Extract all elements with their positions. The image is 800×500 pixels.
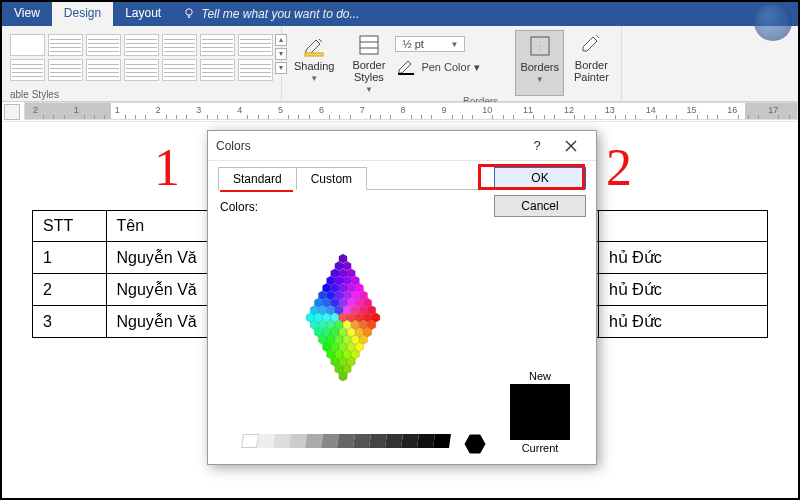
close-icon	[565, 140, 577, 152]
tell-me-placeholder: Tell me what you want to do...	[201, 7, 359, 21]
pen-color-icon	[395, 58, 417, 76]
grayscale-row[interactable]	[242, 434, 486, 454]
borders-label: Borders	[520, 61, 559, 73]
current-label: Current	[522, 442, 559, 454]
borders-icon	[527, 33, 553, 59]
borders-group: Border Styles ▼ ½ pt▼ Pen Color ▾	[340, 26, 621, 102]
tell-me-search[interactable]: Tell me what you want to do...	[173, 2, 359, 26]
selected-gray-hexagon[interactable]	[464, 434, 486, 454]
svg-marker-89	[339, 372, 347, 381]
tab-view[interactable]: View	[2, 2, 52, 26]
new-label: New	[529, 370, 551, 382]
dialog-close-button[interactable]	[554, 131, 588, 161]
shading-label: Shading	[294, 60, 334, 72]
shading-button-wrap: Shading ▼	[282, 26, 340, 102]
border-painter-icon	[578, 32, 604, 58]
ribbon: ▴▾▾ able Styles Shading ▼ Border Styles …	[2, 26, 798, 102]
tab-selector-button[interactable]	[4, 104, 20, 120]
group-label-table-styles: able Styles	[10, 89, 59, 102]
border-styles-icon	[356, 32, 382, 58]
tab-custom[interactable]: Custom	[296, 167, 367, 190]
shading-icon	[301, 32, 327, 58]
cancel-button[interactable]: Cancel	[494, 195, 586, 217]
borders-button[interactable]: Borders ▼	[515, 30, 564, 96]
svg-point-0	[186, 8, 192, 14]
chevron-down-icon: ▼	[310, 74, 318, 83]
app-logo-icon	[754, 3, 792, 41]
color-hexagon-picker[interactable]	[218, 218, 468, 428]
chevron-down-icon: ▼	[365, 85, 373, 94]
dialog-titlebar[interactable]: Colors ?	[208, 131, 596, 161]
shading-button[interactable]: Shading ▼	[290, 30, 338, 85]
gallery-more-button[interactable]: ▴▾▾	[275, 34, 287, 74]
dialog-help-button[interactable]: ?	[520, 131, 554, 161]
svg-rect-1	[305, 53, 323, 56]
horizontal-ruler[interactable]: 211234567891011121314151617	[2, 102, 798, 122]
color-preview-swatch	[510, 384, 570, 440]
ok-button[interactable]: OK	[494, 167, 586, 189]
table-styles-group: ▴▾▾ able Styles	[2, 26, 282, 102]
chevron-down-icon: ▼	[450, 40, 458, 49]
pen-color-dropdown[interactable]: Pen Color ▾	[395, 57, 509, 77]
table-style-gallery[interactable]: ▴▾▾	[10, 30, 273, 81]
dialog-title: Colors	[216, 139, 520, 153]
lightbulb-icon	[183, 7, 195, 22]
svg-marker-90	[465, 435, 485, 453]
border-painter-button[interactable]: Border Painter	[570, 30, 613, 96]
chevron-down-icon: ▼	[536, 75, 544, 84]
line-weight-dropdown[interactable]: ½ pt▼	[395, 34, 509, 54]
tab-standard[interactable]: Standard	[218, 167, 297, 190]
menu-bar: View Design Layout Tell me what you want…	[2, 2, 798, 26]
tab-design[interactable]: Design	[52, 2, 113, 26]
dialog-tabs: Standard Custom	[218, 167, 486, 190]
colors-label: Colors:	[220, 200, 486, 214]
tab-layout[interactable]: Layout	[113, 2, 173, 26]
border-styles-label: Border Styles	[352, 60, 385, 83]
svg-rect-2	[360, 36, 378, 54]
border-painter-label: Border Painter	[574, 60, 609, 83]
svg-rect-5	[398, 73, 414, 75]
chevron-down-icon: ▾	[474, 61, 480, 74]
border-styles-button[interactable]: Border Styles ▼	[348, 30, 389, 96]
colors-dialog: Colors ? Standard Custom Colors:	[207, 130, 597, 465]
